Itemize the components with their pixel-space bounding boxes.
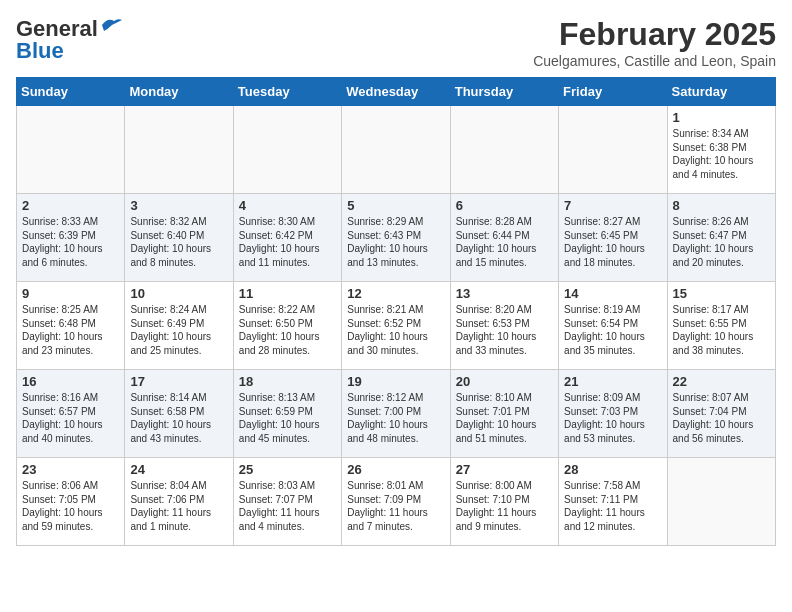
calendar-cell: 5Sunrise: 8:29 AM Sunset: 6:43 PM Daylig… bbox=[342, 194, 450, 282]
day-info: Sunrise: 8:10 AM Sunset: 7:01 PM Dayligh… bbox=[456, 391, 553, 445]
day-number: 23 bbox=[22, 462, 119, 477]
day-info: Sunrise: 8:27 AM Sunset: 6:45 PM Dayligh… bbox=[564, 215, 661, 269]
day-info: Sunrise: 7:58 AM Sunset: 7:11 PM Dayligh… bbox=[564, 479, 661, 533]
logo: General Blue bbox=[16, 16, 122, 64]
calendar-cell: 12Sunrise: 8:21 AM Sunset: 6:52 PM Dayli… bbox=[342, 282, 450, 370]
day-info: Sunrise: 8:22 AM Sunset: 6:50 PM Dayligh… bbox=[239, 303, 336, 357]
day-info: Sunrise: 8:21 AM Sunset: 6:52 PM Dayligh… bbox=[347, 303, 444, 357]
day-number: 21 bbox=[564, 374, 661, 389]
calendar-cell: 2Sunrise: 8:33 AM Sunset: 6:39 PM Daylig… bbox=[17, 194, 125, 282]
day-info: Sunrise: 8:01 AM Sunset: 7:09 PM Dayligh… bbox=[347, 479, 444, 533]
day-number: 19 bbox=[347, 374, 444, 389]
calendar-cell: 27Sunrise: 8:00 AM Sunset: 7:10 PM Dayli… bbox=[450, 458, 558, 546]
weekday-header-saturday: Saturday bbox=[667, 78, 775, 106]
day-info: Sunrise: 8:28 AM Sunset: 6:44 PM Dayligh… bbox=[456, 215, 553, 269]
day-info: Sunrise: 8:00 AM Sunset: 7:10 PM Dayligh… bbox=[456, 479, 553, 533]
calendar-cell bbox=[450, 106, 558, 194]
calendar-cell: 7Sunrise: 8:27 AM Sunset: 6:45 PM Daylig… bbox=[559, 194, 667, 282]
calendar-cell: 14Sunrise: 8:19 AM Sunset: 6:54 PM Dayli… bbox=[559, 282, 667, 370]
calendar-cell: 20Sunrise: 8:10 AM Sunset: 7:01 PM Dayli… bbox=[450, 370, 558, 458]
calendar-cell: 15Sunrise: 8:17 AM Sunset: 6:55 PM Dayli… bbox=[667, 282, 775, 370]
day-info: Sunrise: 8:29 AM Sunset: 6:43 PM Dayligh… bbox=[347, 215, 444, 269]
day-number: 8 bbox=[673, 198, 770, 213]
day-info: Sunrise: 8:33 AM Sunset: 6:39 PM Dayligh… bbox=[22, 215, 119, 269]
calendar-cell: 8Sunrise: 8:26 AM Sunset: 6:47 PM Daylig… bbox=[667, 194, 775, 282]
calendar-cell: 10Sunrise: 8:24 AM Sunset: 6:49 PM Dayli… bbox=[125, 282, 233, 370]
calendar-cell bbox=[125, 106, 233, 194]
day-number: 25 bbox=[239, 462, 336, 477]
day-info: Sunrise: 8:07 AM Sunset: 7:04 PM Dayligh… bbox=[673, 391, 770, 445]
day-info: Sunrise: 8:34 AM Sunset: 6:38 PM Dayligh… bbox=[673, 127, 770, 181]
day-number: 20 bbox=[456, 374, 553, 389]
title-block: February 2025 Cuelgamures, Castille and … bbox=[533, 16, 776, 69]
day-number: 17 bbox=[130, 374, 227, 389]
week-row-3: 9Sunrise: 8:25 AM Sunset: 6:48 PM Daylig… bbox=[17, 282, 776, 370]
weekday-header-friday: Friday bbox=[559, 78, 667, 106]
day-number: 11 bbox=[239, 286, 336, 301]
day-info: Sunrise: 8:19 AM Sunset: 6:54 PM Dayligh… bbox=[564, 303, 661, 357]
location-title: Cuelgamures, Castille and Leon, Spain bbox=[533, 53, 776, 69]
calendar-cell: 25Sunrise: 8:03 AM Sunset: 7:07 PM Dayli… bbox=[233, 458, 341, 546]
day-number: 27 bbox=[456, 462, 553, 477]
day-number: 15 bbox=[673, 286, 770, 301]
calendar-cell bbox=[17, 106, 125, 194]
calendar-cell: 23Sunrise: 8:06 AM Sunset: 7:05 PM Dayli… bbox=[17, 458, 125, 546]
day-info: Sunrise: 8:14 AM Sunset: 6:58 PM Dayligh… bbox=[130, 391, 227, 445]
day-info: Sunrise: 8:04 AM Sunset: 7:06 PM Dayligh… bbox=[130, 479, 227, 533]
day-info: Sunrise: 8:12 AM Sunset: 7:00 PM Dayligh… bbox=[347, 391, 444, 445]
day-info: Sunrise: 8:09 AM Sunset: 7:03 PM Dayligh… bbox=[564, 391, 661, 445]
day-number: 3 bbox=[130, 198, 227, 213]
day-info: Sunrise: 8:20 AM Sunset: 6:53 PM Dayligh… bbox=[456, 303, 553, 357]
calendar-cell: 11Sunrise: 8:22 AM Sunset: 6:50 PM Dayli… bbox=[233, 282, 341, 370]
day-number: 4 bbox=[239, 198, 336, 213]
weekday-header-monday: Monday bbox=[125, 78, 233, 106]
day-number: 12 bbox=[347, 286, 444, 301]
calendar-cell: 6Sunrise: 8:28 AM Sunset: 6:44 PM Daylig… bbox=[450, 194, 558, 282]
calendar-cell: 13Sunrise: 8:20 AM Sunset: 6:53 PM Dayli… bbox=[450, 282, 558, 370]
day-number: 13 bbox=[456, 286, 553, 301]
day-number: 14 bbox=[564, 286, 661, 301]
day-number: 10 bbox=[130, 286, 227, 301]
day-number: 2 bbox=[22, 198, 119, 213]
day-info: Sunrise: 8:25 AM Sunset: 6:48 PM Dayligh… bbox=[22, 303, 119, 357]
day-number: 7 bbox=[564, 198, 661, 213]
calendar-cell bbox=[233, 106, 341, 194]
calendar-cell: 17Sunrise: 8:14 AM Sunset: 6:58 PM Dayli… bbox=[125, 370, 233, 458]
calendar-cell: 21Sunrise: 8:09 AM Sunset: 7:03 PM Dayli… bbox=[559, 370, 667, 458]
month-title: February 2025 bbox=[533, 16, 776, 53]
week-row-2: 2Sunrise: 8:33 AM Sunset: 6:39 PM Daylig… bbox=[17, 194, 776, 282]
calendar-cell: 18Sunrise: 8:13 AM Sunset: 6:59 PM Dayli… bbox=[233, 370, 341, 458]
day-info: Sunrise: 8:16 AM Sunset: 6:57 PM Dayligh… bbox=[22, 391, 119, 445]
day-number: 1 bbox=[673, 110, 770, 125]
logo-blue: Blue bbox=[16, 38, 64, 64]
day-number: 28 bbox=[564, 462, 661, 477]
calendar-cell: 22Sunrise: 8:07 AM Sunset: 7:04 PM Dayli… bbox=[667, 370, 775, 458]
weekday-header-thursday: Thursday bbox=[450, 78, 558, 106]
weekday-header-wednesday: Wednesday bbox=[342, 78, 450, 106]
calendar-cell bbox=[667, 458, 775, 546]
calendar-cell: 9Sunrise: 8:25 AM Sunset: 6:48 PM Daylig… bbox=[17, 282, 125, 370]
weekday-header-sunday: Sunday bbox=[17, 78, 125, 106]
day-number: 22 bbox=[673, 374, 770, 389]
day-info: Sunrise: 8:03 AM Sunset: 7:07 PM Dayligh… bbox=[239, 479, 336, 533]
day-info: Sunrise: 8:30 AM Sunset: 6:42 PM Dayligh… bbox=[239, 215, 336, 269]
calendar-cell: 16Sunrise: 8:16 AM Sunset: 6:57 PM Dayli… bbox=[17, 370, 125, 458]
calendar-cell: 1Sunrise: 8:34 AM Sunset: 6:38 PM Daylig… bbox=[667, 106, 775, 194]
day-info: Sunrise: 8:06 AM Sunset: 7:05 PM Dayligh… bbox=[22, 479, 119, 533]
weekday-header-tuesday: Tuesday bbox=[233, 78, 341, 106]
week-row-1: 1Sunrise: 8:34 AM Sunset: 6:38 PM Daylig… bbox=[17, 106, 776, 194]
calendar-cell: 19Sunrise: 8:12 AM Sunset: 7:00 PM Dayli… bbox=[342, 370, 450, 458]
logo-bird-icon bbox=[100, 17, 122, 33]
calendar-cell: 24Sunrise: 8:04 AM Sunset: 7:06 PM Dayli… bbox=[125, 458, 233, 546]
calendar-table: SundayMondayTuesdayWednesdayThursdayFrid… bbox=[16, 77, 776, 546]
day-info: Sunrise: 8:26 AM Sunset: 6:47 PM Dayligh… bbox=[673, 215, 770, 269]
calendar-cell: 4Sunrise: 8:30 AM Sunset: 6:42 PM Daylig… bbox=[233, 194, 341, 282]
week-row-5: 23Sunrise: 8:06 AM Sunset: 7:05 PM Dayli… bbox=[17, 458, 776, 546]
day-info: Sunrise: 8:32 AM Sunset: 6:40 PM Dayligh… bbox=[130, 215, 227, 269]
calendar-cell bbox=[559, 106, 667, 194]
calendar-cell: 3Sunrise: 8:32 AM Sunset: 6:40 PM Daylig… bbox=[125, 194, 233, 282]
calendar-cell: 26Sunrise: 8:01 AM Sunset: 7:09 PM Dayli… bbox=[342, 458, 450, 546]
day-number: 18 bbox=[239, 374, 336, 389]
page-header: General Blue February 2025 Cuelgamures, … bbox=[16, 16, 776, 69]
day-number: 26 bbox=[347, 462, 444, 477]
